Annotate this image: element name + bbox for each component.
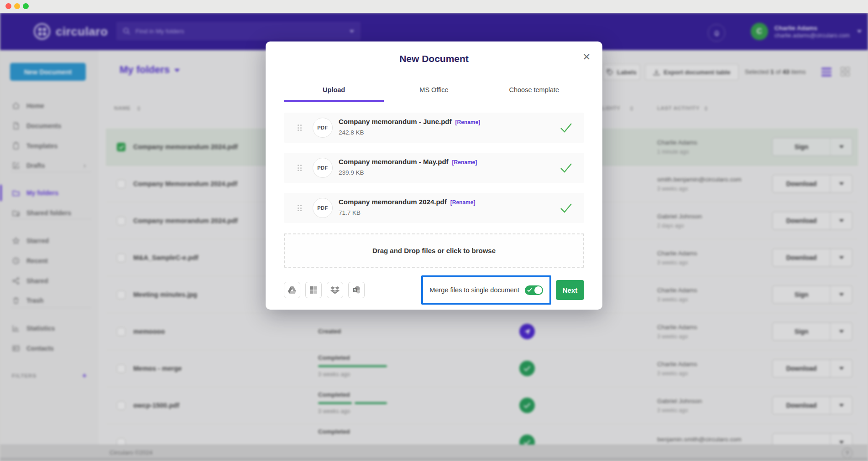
- svg-text:S: S: [354, 288, 356, 292]
- upload-file-row: PDF Company memorandum - May.pdf[Rename]…: [284, 153, 584, 183]
- dropbox-icon: [330, 286, 340, 294]
- pdf-file-icon: PDF: [313, 198, 333, 218]
- new-document-modal: New Document ✕ Upload MS Office Choose t…: [266, 41, 602, 310]
- microsoft-office-button[interactable]: [305, 282, 322, 298]
- file-size: 71.7 KB: [339, 209, 361, 216]
- app-screen: circularo Find in My folders C Charlie A…: [0, 13, 868, 461]
- file-size: 239.9 KB: [339, 169, 364, 176]
- dropbox-button[interactable]: [327, 282, 343, 298]
- file-name: Company memorandum 2024.pdf: [339, 198, 447, 206]
- modal-title: New Document: [266, 53, 602, 64]
- modal-footer: S Merge files to single document Next: [284, 274, 584, 306]
- file-name: Company memorandum - June.pdf: [339, 118, 452, 125]
- next-button[interactable]: Next: [556, 280, 584, 300]
- minimize-window-button[interactable]: [14, 3, 20, 9]
- merge-toggle[interactable]: [525, 285, 543, 295]
- pdf-file-icon: PDF: [313, 118, 333, 138]
- modal-tabs: Upload MS Office Choose template: [284, 86, 584, 101]
- tab-ms-office[interactable]: MS Office: [384, 86, 484, 101]
- upload-success-check-icon: [560, 123, 572, 135]
- rename-link[interactable]: [Rename]: [450, 199, 476, 206]
- drag-handle-icon[interactable]: [298, 124, 302, 131]
- drag-handle-icon[interactable]: [298, 165, 302, 171]
- pdf-file-icon: PDF: [313, 158, 333, 178]
- upload-success-check-icon: [560, 203, 572, 215]
- dropzone[interactable]: Drag and Drop files or click to browse: [284, 233, 584, 268]
- microsoft-icon: [309, 286, 318, 294]
- check-icon: [527, 288, 532, 292]
- upload-file-row: PDF Company memorandum - June.pdf[Rename…: [284, 113, 584, 143]
- file-size: 242.8 KB: [339, 129, 364, 136]
- rename-link[interactable]: [Rename]: [455, 119, 481, 125]
- sharepoint-icon: S: [352, 285, 361, 295]
- close-icon[interactable]: ✕: [582, 52, 591, 62]
- rename-link[interactable]: [Rename]: [452, 159, 477, 166]
- google-drive-icon: [288, 286, 297, 294]
- upload-success-check-icon: [560, 163, 572, 175]
- zoom-window-button[interactable]: [23, 3, 29, 9]
- upload-file-row: PDF Company memorandum 2024.pdf[Rename] …: [284, 193, 584, 223]
- toggle-knob: [534, 286, 542, 294]
- macos-titlebar: [0, 0, 868, 13]
- merge-option-highlight: Merge files to single document: [421, 275, 551, 305]
- cloud-sources: S: [284, 282, 365, 298]
- google-drive-button[interactable]: [284, 282, 300, 298]
- upload-file-list: PDF Company memorandum - June.pdf[Rename…: [284, 113, 584, 233]
- drag-handle-icon[interactable]: [298, 205, 302, 211]
- tab-choose-template[interactable]: Choose template: [484, 86, 584, 101]
- sharepoint-button[interactable]: S: [348, 282, 365, 298]
- tab-upload[interactable]: Upload: [284, 86, 384, 102]
- merge-toggle-label: Merge files to single document: [429, 286, 519, 294]
- close-window-button[interactable]: [5, 3, 11, 9]
- file-name: Company memorandum - May.pdf: [339, 158, 449, 166]
